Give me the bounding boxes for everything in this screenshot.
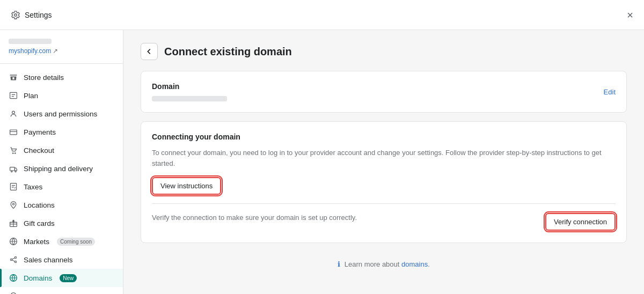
sidebar-item-label: Gift cards	[24, 219, 55, 227]
learn-more-suffix: .	[428, 260, 430, 268]
topbar-title: Settings	[25, 11, 52, 19]
sidebar-item-locations[interactable]: Locations	[0, 196, 123, 214]
learn-more-prefix: Learn more about	[345, 260, 400, 268]
sidebar-item-label: Plan	[24, 92, 38, 100]
new-badge: New	[60, 274, 77, 282]
svg-point-6	[11, 171, 12, 172]
edit-link[interactable]: Edit	[604, 88, 616, 96]
topbar: Settings ×	[0, 0, 644, 30]
sidebar-item-shipping[interactable]: Shipping and delivery	[0, 159, 123, 178]
svg-point-7	[15, 171, 16, 172]
svg-rect-0	[10, 92, 17, 98]
info-icon: ℹ	[338, 260, 340, 268]
sidebar-item-label: Locations	[24, 201, 55, 209]
verify-section: Verify the connection to make sure your …	[152, 203, 616, 232]
taxes-icon	[9, 182, 18, 192]
svg-point-12	[10, 259, 12, 260]
domain-value-placeholder	[152, 96, 227, 101]
svg-point-3	[12, 153, 13, 154]
payments-icon	[9, 127, 18, 137]
sidebar-item-label: Sales channels	[24, 256, 73, 264]
app-layout: myshopify.com ↗ Store details Plan Users…	[0, 30, 644, 294]
connecting-description: To connect your domain, you need to log …	[152, 148, 616, 168]
sidebar-item-taxes[interactable]: Taxes	[0, 178, 123, 196]
sidebar-item-gift-cards[interactable]: Gift cards	[0, 214, 123, 232]
sidebar-item-notifications[interactable]: Notifications	[0, 287, 123, 294]
sidebar-item-payments[interactable]: Payments	[0, 123, 123, 141]
sidebar-item-sales-channels[interactable]: Sales channels	[0, 251, 123, 269]
sidebar-item-store-details[interactable]: Store details	[0, 68, 123, 86]
connecting-title: Connecting your domain	[152, 133, 616, 141]
sidebar-item-plan[interactable]: Plan	[0, 86, 123, 105]
sidebar-item-checkout[interactable]: Checkout	[0, 141, 123, 159]
sidebar-item-domains[interactable]: Domains New	[0, 269, 123, 287]
verify-text: Verify the connection to make sure your …	[152, 212, 357, 223]
sidebar-item-label: Users and permissions	[24, 110, 97, 118]
settings-icon	[11, 10, 20, 20]
sidebar-item-label: Shipping and delivery	[24, 165, 93, 173]
store-name-placeholder	[9, 39, 52, 44]
users-icon	[9, 109, 18, 119]
page-title: Connect existing domain	[164, 46, 292, 58]
view-instructions-button[interactable]: View instructions	[152, 177, 221, 195]
store-url: myshopify.com ↗	[9, 47, 114, 55]
shipping-icon	[9, 164, 18, 173]
learn-more-section: ℹ Learn more about domains.	[141, 252, 627, 277]
checkout-icon	[9, 145, 18, 155]
svg-point-4	[14, 153, 16, 154]
domain-card-left: Domain	[152, 82, 227, 101]
sidebar-item-label: Notifications	[24, 292, 63, 295]
domains-icon	[9, 273, 18, 283]
sidebar-item-label: Checkout	[24, 146, 54, 155]
main-content: Connect existing domain Domain Edit Conn…	[123, 30, 644, 294]
topbar-left: Settings	[11, 10, 52, 20]
sales-channels-icon	[9, 255, 18, 264]
sidebar-item-users[interactable]: Users and permissions	[0, 105, 123, 123]
svg-point-9	[12, 203, 14, 205]
sidebar-item-label: Payments	[24, 128, 56, 136]
sidebar: myshopify.com ↗ Store details Plan Users…	[0, 30, 123, 294]
domains-link[interactable]: domains	[401, 260, 428, 268]
verify-connection-button[interactable]: Verify connection	[545, 213, 616, 231]
sidebar-item-label: Taxes	[24, 183, 42, 191]
sidebar-item-label: Domains	[24, 274, 52, 282]
domain-label: Domain	[152, 82, 227, 91]
svg-rect-2	[10, 130, 17, 135]
sidebar-item-label: Store details	[24, 74, 64, 82]
locations-icon	[9, 200, 18, 210]
domain-card: Domain Edit	[141, 71, 627, 113]
coming-soon-badge: Coming soon	[57, 238, 95, 246]
sidebar-item-markets[interactable]: Markets Coming soon	[0, 232, 123, 251]
notifications-icon	[9, 291, 18, 294]
svg-rect-5	[10, 167, 15, 171]
plan-icon	[9, 91, 18, 100]
store-icon	[9, 72, 18, 82]
svg-point-13	[14, 256, 16, 258]
close-button[interactable]: ×	[627, 10, 633, 20]
markets-icon	[9, 237, 18, 246]
gift-icon	[9, 218, 18, 228]
back-button[interactable]	[141, 43, 158, 60]
sidebar-store: myshopify.com ↗	[0, 39, 123, 64]
svg-point-1	[12, 111, 15, 114]
external-link-icon: ↗	[53, 47, 58, 55]
page-header: Connect existing domain	[141, 43, 627, 60]
svg-point-14	[14, 261, 16, 262]
svg-rect-8	[10, 183, 16, 190]
sidebar-item-label: Markets	[24, 238, 49, 246]
connecting-domain-card: Connecting your domain To connect your d…	[141, 121, 627, 243]
myshopify-link[interactable]: myshopify.com	[9, 47, 51, 55]
